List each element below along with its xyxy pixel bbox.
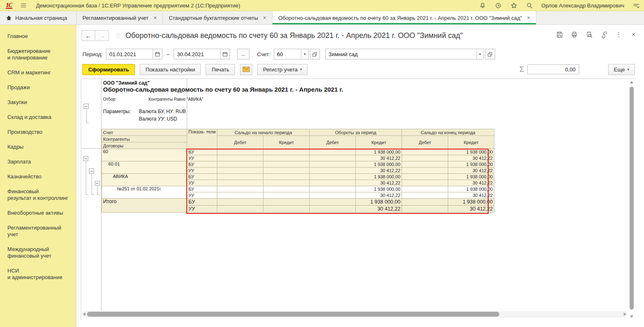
organization-combobox[interactable]: Зимний сад ▾ bbox=[325, 49, 484, 59]
print-preview-icon[interactable] bbox=[585, 31, 593, 38]
row-name-cell[interactable]: 60.01 bbox=[102, 161, 187, 174]
back-button[interactable]: ← bbox=[82, 30, 95, 41]
value-cell[interactable] bbox=[310, 186, 356, 192]
notifications-bell-icon[interactable] bbox=[479, 2, 486, 9]
sidebar-item-13[interactable]: Международный финансовый учет bbox=[7, 246, 76, 259]
value-cell[interactable] bbox=[310, 199, 356, 206]
value-cell[interactable] bbox=[263, 161, 310, 168]
value-cell[interactable]: 1 938 000,00 bbox=[448, 199, 494, 206]
value-cell[interactable]: 30 412,22 bbox=[356, 155, 402, 161]
chevron-down-icon[interactable]: ▾ bbox=[301, 49, 308, 59]
value-cell[interactable]: 30 412,22 bbox=[448, 180, 494, 186]
value-cell[interactable] bbox=[402, 161, 448, 168]
table-row[interactable]: ИтогоБУ1 938 000,001 938 000,00 bbox=[102, 199, 494, 206]
sidebar-item-9[interactable]: Казначейство bbox=[7, 173, 76, 180]
value-cell[interactable] bbox=[402, 168, 448, 174]
value-cell[interactable]: 30 412,22 bbox=[448, 192, 494, 199]
row-name-cell[interactable]: Итого bbox=[102, 199, 187, 213]
vertical-scrollbar[interactable] bbox=[629, 80, 635, 319]
tab-item-1[interactable]: Стандартные бухгалтерские отчеты× bbox=[163, 11, 273, 24]
value-cell[interactable]: 1 938 000,00 bbox=[448, 186, 494, 192]
value-cell[interactable]: 30 412,22 bbox=[356, 206, 402, 213]
value-cell[interactable] bbox=[310, 161, 356, 168]
current-user-name[interactable]: Орлов Александр Владимирович bbox=[541, 2, 624, 9]
tab-item-0[interactable]: Регламентированный учет× bbox=[77, 11, 163, 24]
sidebar-item-5[interactable]: Склад и доставка bbox=[7, 114, 76, 121]
value-cell[interactable] bbox=[217, 186, 263, 192]
value-cell[interactable] bbox=[263, 168, 310, 174]
favorites-star-icon[interactable] bbox=[510, 2, 517, 9]
sidebar-item-12[interactable]: Регламентированный учет bbox=[7, 225, 76, 238]
value-cell[interactable] bbox=[217, 180, 263, 186]
sidebar-item-11[interactable]: Внеоборотные активы bbox=[7, 210, 76, 216]
value-cell[interactable] bbox=[310, 180, 356, 186]
organization-value[interactable]: Зимний сад bbox=[326, 49, 476, 59]
period-from-value[interactable]: 01.01.2021 bbox=[106, 49, 153, 59]
value-cell[interactable]: 30 412,22 bbox=[356, 192, 402, 199]
calendar-icon[interactable] bbox=[153, 49, 162, 59]
value-cell[interactable] bbox=[217, 155, 263, 161]
table-row[interactable]: №251 от 01.02.2021г.БУ1 938 000,001 938 … bbox=[102, 186, 494, 192]
table-row[interactable]: 60.01БУ1 938 000,001 938 000,00 bbox=[102, 161, 494, 168]
collapse-header-icon[interactable] bbox=[84, 104, 89, 109]
search-icon[interactable] bbox=[526, 2, 533, 9]
sidebar-item-14[interactable]: НСИ и администрирование bbox=[7, 268, 76, 281]
collapse-group-avika-icon[interactable] bbox=[95, 181, 100, 186]
sidebar-item-2[interactable]: CRM и маркетинг bbox=[7, 69, 76, 76]
value-cell[interactable] bbox=[217, 199, 263, 206]
show-settings-button[interactable]: Показать настройки bbox=[140, 64, 201, 75]
value-cell[interactable]: 30 412,22 bbox=[356, 168, 402, 174]
scroll-left-icon[interactable] bbox=[83, 313, 85, 316]
value-cell[interactable]: 1 938 000,00 bbox=[356, 161, 402, 168]
user-menu-icon[interactable] bbox=[632, 2, 640, 9]
value-cell[interactable]: 1 938 000,00 bbox=[448, 174, 494, 180]
value-cell[interactable] bbox=[263, 192, 310, 199]
value-cell[interactable] bbox=[217, 174, 263, 180]
scroll-right-icon[interactable] bbox=[624, 313, 626, 316]
sidebar-item-10[interactable]: Финансовый результат и контроллинг bbox=[7, 188, 76, 201]
tab-close-icon[interactable]: × bbox=[263, 14, 266, 21]
value-cell[interactable]: 30 412,22 bbox=[356, 180, 402, 186]
generate-button[interactable]: Сформировать bbox=[82, 64, 135, 75]
value-cell[interactable] bbox=[310, 168, 356, 174]
main-menu-icon[interactable] bbox=[20, 2, 27, 9]
value-cell[interactable] bbox=[263, 199, 310, 206]
account-combobox[interactable]: 60 ▾ bbox=[274, 49, 309, 59]
table-row[interactable]: 60БУ1 938 000,001 938 000,00 bbox=[102, 149, 494, 155]
sidebar-item-3[interactable]: Продажи bbox=[7, 84, 76, 91]
send-email-button[interactable] bbox=[240, 64, 252, 75]
value-cell[interactable] bbox=[310, 155, 356, 161]
chevron-down-icon[interactable]: ▾ bbox=[476, 49, 484, 59]
period-options-button[interactable]: ... bbox=[237, 49, 249, 59]
collapse-group-6001-icon[interactable] bbox=[89, 168, 94, 173]
period-from-field[interactable]: 01.01.2021 bbox=[106, 49, 162, 59]
value-cell[interactable]: 30 412,22 bbox=[448, 168, 494, 174]
value-cell[interactable] bbox=[310, 174, 356, 180]
tab-item-2[interactable]: Оборотно-сальдовая ведомость по счету 60… bbox=[273, 11, 536, 24]
value-cell[interactable] bbox=[263, 186, 310, 192]
period-to-field[interactable]: 30.04.2021 bbox=[174, 49, 230, 59]
tab-close-icon[interactable]: × bbox=[527, 14, 530, 21]
value-cell[interactable]: 1 938 000,00 bbox=[448, 149, 494, 155]
forward-button[interactable]: → bbox=[95, 30, 109, 41]
indicator-cell[interactable]: БУ bbox=[187, 186, 217, 192]
value-cell[interactable]: 1 938 000,00 bbox=[356, 199, 402, 206]
period-to-value[interactable]: 30.04.2021 bbox=[174, 49, 220, 59]
sum-field[interactable]: 0,00 bbox=[527, 64, 579, 74]
row-name-cell[interactable]: АВИКА bbox=[102, 174, 187, 186]
value-cell[interactable]: 1 938 000,00 bbox=[356, 174, 402, 180]
value-cell[interactable]: 1 938 000,00 bbox=[356, 186, 402, 192]
value-cell[interactable] bbox=[402, 174, 448, 180]
value-cell[interactable] bbox=[402, 155, 448, 161]
indicator-cell[interactable]: УУ bbox=[187, 206, 217, 213]
indicator-cell[interactable]: БУ bbox=[187, 174, 217, 180]
value-cell[interactable] bbox=[402, 149, 448, 155]
sidebar-item-8[interactable]: Зарплата bbox=[7, 159, 76, 165]
indicator-cell[interactable]: УУ bbox=[187, 155, 217, 161]
value-cell[interactable] bbox=[310, 192, 356, 199]
indicator-cell[interactable]: БУ bbox=[187, 161, 217, 168]
sidebar-item-6[interactable]: Производство bbox=[7, 129, 76, 135]
organization-open-icon[interactable] bbox=[485, 49, 495, 59]
indicator-cell[interactable]: УУ bbox=[187, 192, 217, 199]
sidebar-item-7[interactable]: Кадры bbox=[7, 144, 76, 150]
